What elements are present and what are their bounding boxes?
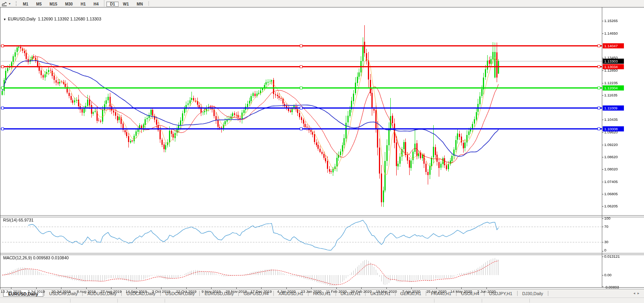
date-axis-label: 11 Feb 2020 (326, 289, 347, 294)
top-toolbar: ▼ M1M5M15M30H1H4D1W1MN (0, 0, 644, 7)
toolbar-grip[interactable] (16, 1, 17, 6)
time-axis-line (0, 287, 644, 288)
date-axis-label: 29 Feb 2020 (351, 289, 371, 294)
line-drag-handle[interactable] (300, 127, 303, 130)
chart-title[interactable]: ▼EURUSD,Daily 1.12690 1.13392 1.12680 1.… (3, 17, 101, 21)
ohlc-close: 1.13303 (86, 17, 101, 21)
price-axis-tick: 1.08020 (604, 167, 618, 171)
line-drag-handle[interactable] (598, 65, 600, 68)
date-axis-label: 2 Jul 2019 (28, 289, 45, 294)
timeframe-button-m5[interactable]: M5 (33, 2, 45, 7)
timeframe-button-mn[interactable]: MN (133, 2, 147, 7)
price-axis-tick: 1.06205 (604, 204, 618, 208)
chevron-down-icon[interactable]: ▼ (8, 2, 11, 5)
price-axis-tick: 1.15265 (604, 19, 618, 23)
price-level-badge-1.14047: 1.14047 (603, 43, 624, 48)
status-bar-separator (70, 299, 71, 303)
date-axis-label: 17 Dec 2019 (251, 289, 272, 294)
price-level-badge-1.10008: 1.10008 (603, 126, 624, 131)
rsi-axis-tick: 30 (604, 240, 609, 244)
collapse-triangle-icon[interactable]: ▼ (3, 18, 6, 21)
price-axis-tick: 1.14650 (604, 31, 618, 35)
macd-axis-tick: 0.013121 (604, 255, 620, 259)
rsi-axis-tick: 70 (604, 225, 609, 229)
price-axis-tick: 1.06805 (604, 192, 618, 196)
timeframe-button-m15[interactable]: M15 (46, 2, 61, 7)
line-drag-handle[interactable] (1, 127, 4, 130)
panel-splitter-rsi[interactable] (0, 215, 644, 217)
ohlc-open: 1.12690 (38, 17, 53, 21)
line-drag-handle[interactable] (598, 87, 600, 89)
line-drag-handle[interactable] (1, 107, 4, 109)
macd-main-value: 0.009583 (33, 255, 50, 260)
date-axis-label: 9 Nov 2019 (202, 289, 221, 294)
line-drag-handle[interactable] (1, 87, 4, 89)
date-axis-label: 23 Jan 2020 (301, 289, 321, 294)
line-drag-handle[interactable] (1, 44, 4, 47)
status-bar-separator (434, 299, 434, 303)
line-drag-handle[interactable] (300, 107, 303, 109)
date-axis-label: 14 Sep 2019 (126, 289, 147, 294)
macd-signal-value: 0.010840 (52, 255, 69, 260)
ohlc-high: 1.13392 (54, 17, 69, 21)
date-axis-label: 2 Jun 2020 (477, 289, 496, 294)
price-axis-tick: 1.07405 (604, 180, 618, 184)
date-axis-label: 22 Oct 2019 (176, 289, 197, 294)
rsi-indicator-label: RSI(14) 65.9731 (3, 218, 33, 222)
chart-symbol-label: EURUSD,Daily (8, 17, 36, 21)
timeframe-button-w1[interactable]: W1 (119, 2, 132, 7)
line-drag-handle[interactable] (300, 65, 303, 68)
status-bar-separator (482, 299, 482, 303)
price-axis-tick: 1.10435 (604, 118, 618, 122)
current-price-badge: 1.13303 (603, 59, 624, 64)
date-axis-label: 19 Mar 2020 (376, 289, 397, 294)
date-axis-label: 13 Jun 2019 (1, 289, 21, 294)
chart-cursor-icon[interactable] (2, 1, 7, 6)
price-axis-tick: 1.12235 (604, 81, 618, 85)
mt4-terminal: { "toolbar": { "timeframes": ["M1","M5",… (0, 0, 644, 303)
ohlc-low: 1.12680 (70, 17, 85, 21)
date-axis-label: 28 Nov 2019 (226, 289, 247, 294)
timeframe-button-h1[interactable]: H1 (77, 2, 89, 7)
price-level-badge-1.11009: 1.11009 (603, 105, 624, 111)
date-axis-label: 3 Oct 2019 (152, 289, 170, 294)
rsi-name: RSI(14) (3, 218, 17, 222)
status-bar-separator (529, 299, 530, 303)
line-drag-handle[interactable] (1, 65, 4, 68)
date-axis-label: 14 May 2020 (451, 289, 472, 294)
chart-window: ▼EURUSD,Daily 1.12690 1.13392 1.12680 1.… (0, 7, 644, 289)
line-drag-handle[interactable] (598, 107, 600, 109)
date-axis-label: 25 Apr 2020 (426, 289, 446, 294)
timeframe-button-h4[interactable]: H4 (90, 2, 102, 7)
macd-name: MACD(12,26,9) (3, 255, 32, 260)
date-axis-label: 4 Jan 2020 (277, 289, 295, 294)
macd-axis-tick: 0.00 (604, 273, 612, 277)
line-drag-handle[interactable] (300, 44, 303, 47)
rsi-value: 65.9731 (19, 218, 33, 222)
line-drag-handle[interactable] (598, 44, 600, 47)
status-bar-separator (165, 299, 165, 303)
status-bar-separator (117, 299, 118, 303)
macd-indicator-label: MACD(12,26,9) 0.009583 0.010840 (3, 255, 69, 260)
date-axis-label: 20 Jul 2019 (51, 289, 71, 294)
status-bar (0, 297, 644, 303)
panel-splitter-macd[interactable] (0, 253, 644, 255)
rsi-axis-tick: 0 (604, 248, 606, 252)
price-axis-tick: 1.08620 (604, 155, 618, 159)
toolbar-separator (104, 0, 104, 7)
price-level-badge-1.12004: 1.12004 (603, 85, 624, 91)
price-axis-tick: 1.09220 (604, 143, 618, 147)
price-level-badge-1.13034: 1.13034 (603, 64, 624, 69)
timeframe-button-d1[interactable]: D1 (106, 2, 119, 7)
timeframe-button-m1[interactable]: M1 (19, 2, 32, 7)
line-drag-handle[interactable] (300, 87, 303, 89)
price-axis-tick: 1.11635 (604, 93, 618, 97)
timeframe-button-m30[interactable]: M30 (61, 2, 76, 7)
date-axis-label: 27 Aug 2019 (100, 289, 121, 294)
price-axis-line (602, 7, 602, 287)
toolbar-separator (148, 1, 149, 6)
date-axis-label: 8 Aug 2019 (77, 289, 96, 294)
date-axis-label: 7 Apr 2020 (402, 289, 420, 294)
line-drag-handle[interactable] (598, 127, 600, 130)
